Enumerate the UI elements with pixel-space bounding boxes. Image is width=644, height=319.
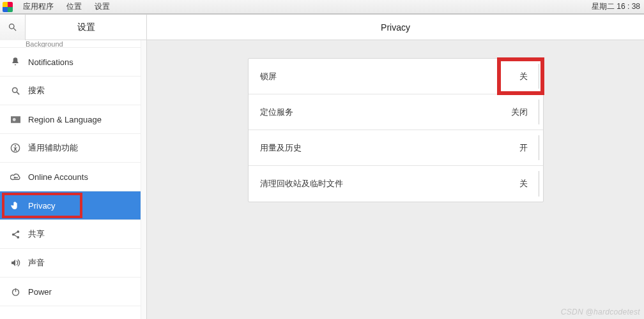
sidebar-item-label: 声音	[28, 257, 146, 269]
sidebar-item-power[interactable]: Power	[0, 278, 146, 306]
clock[interactable]: 星期二 16 : 38	[588, 1, 641, 12]
sidebar-item-label: Power	[28, 287, 146, 297]
svg-point-2	[12, 87, 17, 93]
bell-icon	[9, 56, 22, 68]
sidebar-item-label: 共享	[28, 228, 146, 240]
content-area: Privacy 锁屏 关 定位服务 关闭 用量及历史 开	[147, 15, 644, 319]
sidebar-item-notifications[interactable]: Notifications	[0, 48, 146, 77]
svg-line-1	[13, 28, 16, 31]
row-label: 锁屏	[260, 71, 519, 82]
svg-rect-9	[15, 177, 17, 178]
hand-icon	[9, 199, 22, 212]
divider	[539, 171, 539, 197]
sidebar-item-label: 搜索	[28, 85, 146, 96]
row-label: 用量及历史	[260, 142, 519, 154]
sidebar-item-privacy[interactable]: Privacy	[0, 191, 146, 220]
speaker-icon	[9, 256, 22, 269]
sidebar-list[interactable]: Background Notifications 搜索 Region & Lan…	[0, 40, 146, 319]
share-icon	[9, 228, 22, 241]
power-icon	[9, 285, 22, 298]
svg-point-7	[15, 145, 16, 147]
sidebar-item-accessibility[interactable]: 通用辅助功能	[0, 134, 146, 163]
privacy-row-location[interactable]: 定位服务 关闭	[249, 94, 543, 130]
search-button[interactable]	[0, 15, 26, 40]
sidebar-header: 设置	[0, 15, 146, 40]
privacy-row-usage[interactable]: 用量及历史 开	[249, 130, 543, 166]
menu-settings[interactable]: 设置	[88, 0, 116, 13]
sidebar-item-sound[interactable]: 声音	[0, 249, 146, 278]
sidebar-item-share[interactable]: 共享	[0, 220, 146, 249]
distro-logo-icon	[3, 2, 13, 12]
svg-line-3	[17, 92, 19, 94]
row-value: 关	[519, 71, 532, 82]
content-body: 锁屏 关 定位服务 关闭 用量及历史 开 清理回收站及临时文件	[147, 40, 644, 319]
privacy-row-lock[interactable]: 锁屏 关	[249, 59, 543, 94]
sidebar-item-label: Notifications	[28, 57, 146, 67]
sidebar-item-label: Online Accounts	[28, 172, 146, 182]
divider	[539, 135, 539, 160]
privacy-row-trash[interactable]: 清理回收站及临时文件 关	[249, 166, 543, 202]
sidebar: 设置 Background Notifications 搜索 Region & …	[0, 15, 147, 319]
divider	[539, 100, 539, 124]
cloud-key-icon	[9, 170, 22, 183]
sidebar-item-region[interactable]: Region & Language	[0, 105, 146, 134]
svg-point-5	[12, 118, 15, 121]
flag-icon	[9, 113, 22, 126]
watermark: CSDN @hardcodetest	[561, 308, 640, 316]
menu-applications[interactable]: 应用程序	[17, 0, 60, 13]
row-value: 关	[519, 178, 532, 189]
row-label: 清理回收站及临时文件	[260, 178, 519, 189]
sidebar-item-label: 通用辅助功能	[28, 142, 146, 154]
search-icon	[8, 22, 17, 32]
sidebar-title: 设置	[26, 22, 146, 33]
search-icon	[9, 84, 22, 97]
row-label: 定位服务	[260, 107, 511, 118]
row-value: 关闭	[511, 107, 532, 118]
privacy-panel: 锁屏 关 定位服务 关闭 用量及历史 开 清理回收站及临时文件	[248, 58, 544, 202]
sidebar-item-online-accounts[interactable]: Online Accounts	[0, 163, 146, 191]
sidebar-item-label: Privacy	[28, 201, 146, 211]
settings-window: 设置 Background Notifications 搜索 Region & …	[0, 14, 644, 319]
svg-point-0	[10, 24, 15, 29]
divider	[539, 64, 539, 89]
content-title: Privacy	[147, 15, 644, 40]
sidebar-item-search[interactable]: 搜索	[0, 77, 146, 105]
accessibility-icon	[9, 142, 22, 154]
top-menubar: 应用程序 位置 设置 星期二 16 : 38	[0, 0, 644, 14]
menu-places[interactable]: 位置	[60, 0, 88, 13]
sidebar-item-label: Region & Language	[28, 115, 146, 124]
sidebar-item-background[interactable]: Background	[0, 40, 146, 48]
row-value: 开	[519, 142, 532, 154]
